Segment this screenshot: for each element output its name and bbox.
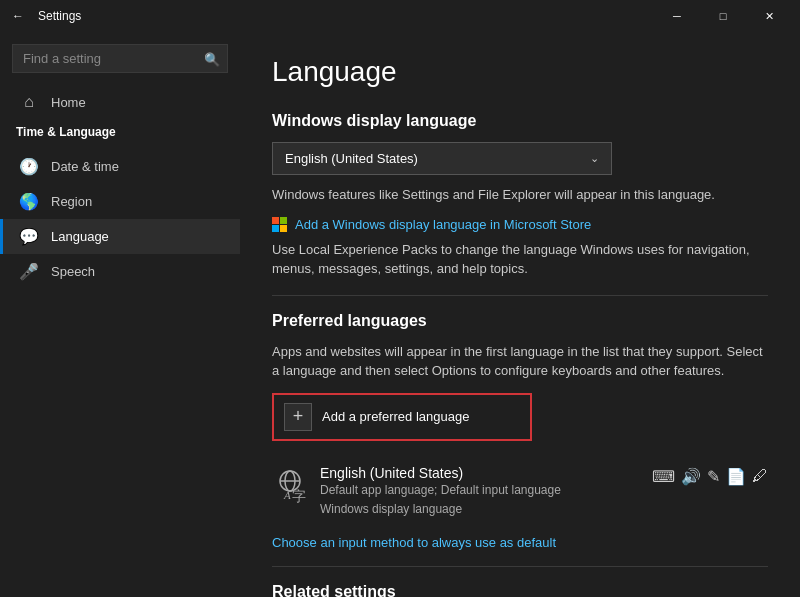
local-experience-desc: Use Local Experience Packs to change the… (272, 240, 768, 279)
sidebar-item-label: Language (51, 229, 109, 244)
page-title: Language (272, 56, 768, 88)
clock-icon: 🕐 (19, 157, 39, 176)
preferred-languages-section-title: Preferred languages (272, 312, 768, 330)
lang-entry-sub2: Windows display language (320, 500, 640, 519)
region-icon: 🌎 (19, 192, 39, 211)
ms-store-link[interactable]: Add a Windows display language in Micros… (272, 217, 768, 232)
sidebar-item-datetime[interactable]: 🕐 Date & time (0, 149, 240, 184)
sidebar-search-container: 🔍 (12, 44, 228, 73)
section-divider-2 (272, 566, 768, 567)
sidebar-item-label: Region (51, 194, 92, 209)
svg-text:字: 字 (292, 489, 306, 503)
store-icon (272, 217, 287, 232)
sidebar-item-region[interactable]: 🌎 Region (0, 184, 240, 219)
related-settings-title: Related settings (272, 583, 768, 597)
text-badge-icon: 📄 (726, 467, 746, 486)
svg-text:A: A (283, 489, 291, 501)
sidebar-item-home[interactable]: ⌂ Home (0, 85, 240, 119)
add-preferred-language-button[interactable]: + Add a preferred language (272, 393, 532, 441)
sidebar-item-label: Speech (51, 264, 95, 279)
app-body: 🔍 ⌂ Home Time & Language 🕐 Date & time 🌎… (0, 32, 800, 597)
section-divider-1 (272, 295, 768, 296)
lang-entry-details: English (United States) Default app lang… (320, 465, 640, 519)
language-entry-icon: A 字 (272, 467, 308, 508)
title-bar: ← Settings ─ □ ✕ (0, 0, 800, 32)
language-icon: 💬 (19, 227, 39, 246)
microphone-icon: 🎤 (19, 262, 39, 281)
preferred-languages-section: Preferred languages Apps and websites wi… (272, 312, 768, 550)
display-language-description: Windows features like Settings and File … (272, 185, 768, 205)
home-icon: ⌂ (19, 93, 39, 111)
add-lang-btn-label: Add a preferred language (322, 409, 469, 424)
keyboard-badge-icon: ⌨ (652, 467, 675, 486)
search-icon: 🔍 (204, 51, 220, 66)
back-button[interactable]: ← (8, 5, 28, 27)
maximize-button[interactable]: □ (700, 0, 746, 32)
dropdown-value: English (United States) (285, 151, 418, 166)
language-entry: A 字 English (United States) Default app … (272, 457, 768, 527)
related-settings-section: Related settings Date, time, & regional … (272, 583, 768, 597)
lang-entry-badges: ⌨ 🔊 ✎ 📄 🖊 (652, 467, 768, 486)
ms-store-link-text: Add a Windows display language in Micros… (295, 217, 591, 232)
plus-icon: + (284, 403, 312, 431)
lang-entry-name: English (United States) (320, 465, 640, 481)
minimize-button[interactable]: ─ (654, 0, 700, 32)
display-language-section-title: Windows display language (272, 112, 768, 130)
sidebar-item-label: Date & time (51, 159, 119, 174)
sidebar-section-label: Time & Language (0, 119, 240, 145)
display-language-dropdown[interactable]: English (United States) ⌄ (272, 142, 612, 175)
display-language-section: Windows display language English (United… (272, 112, 768, 279)
content-area: Language Windows display language Englis… (240, 32, 800, 597)
chevron-down-icon: ⌄ (590, 152, 599, 165)
font-badge-icon: 🖊 (752, 467, 768, 485)
sidebar-item-label: Home (51, 95, 86, 110)
preferred-languages-description: Apps and websites will appear in the fir… (272, 342, 768, 381)
speech-badge-icon: 🔊 (681, 467, 701, 486)
handwriting-badge-icon: ✎ (707, 467, 720, 486)
input-method-link-text: Choose an input method to always use as … (272, 535, 556, 550)
search-input[interactable] (12, 44, 228, 73)
lang-entry-sub1: Default app language; Default input lang… (320, 481, 640, 500)
title-bar-title: Settings (38, 9, 654, 23)
window-controls: ─ □ ✕ (654, 0, 792, 32)
close-button[interactable]: ✕ (746, 0, 792, 32)
sidebar-item-language[interactable]: 💬 Language (0, 219, 240, 254)
sidebar-item-speech[interactable]: 🎤 Speech (0, 254, 240, 289)
input-method-link[interactable]: Choose an input method to always use as … (272, 535, 768, 550)
sidebar: 🔍 ⌂ Home Time & Language 🕐 Date & time 🌎… (0, 32, 240, 597)
